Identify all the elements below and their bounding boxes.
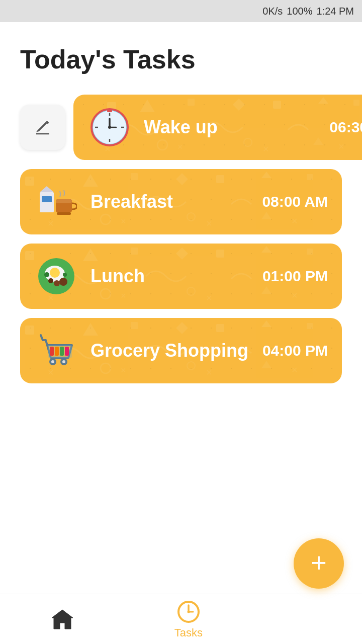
svg-text:×: × bbox=[121, 365, 126, 375]
svg-marker-14 bbox=[313, 137, 323, 145]
lunch-icon bbox=[34, 254, 78, 298]
status-bar: 0K/s 100% 1:24 PM bbox=[0, 0, 362, 22]
svg-rect-74 bbox=[307, 323, 313, 329]
svg-marker-47 bbox=[83, 249, 98, 261]
home-icon bbox=[50, 607, 75, 632]
svg-marker-59 bbox=[261, 286, 272, 294]
svg-text:×: × bbox=[263, 143, 269, 154]
breakfast-label: Breakfast bbox=[90, 191, 262, 212]
tasks-nav-label: Tasks bbox=[174, 626, 203, 639]
svg-text:×: × bbox=[206, 292, 212, 303]
lunch-label: Lunch bbox=[90, 266, 262, 287]
edit-button[interactable] bbox=[20, 105, 65, 150]
nav-home[interactable] bbox=[35, 602, 90, 637]
wake-up-icon bbox=[87, 105, 132, 149]
svg-marker-31 bbox=[261, 172, 272, 178]
svg-point-64 bbox=[54, 280, 60, 286]
breakfast-time: 08:00 AM bbox=[262, 193, 328, 210]
task-card-grocery[interactable]: × × × × bbox=[20, 318, 342, 383]
lunch-time: 01:00 PM bbox=[262, 268, 328, 285]
svg-rect-50 bbox=[216, 250, 224, 258]
svg-text:×: × bbox=[292, 290, 298, 301]
svg-rect-7 bbox=[353, 100, 359, 106]
edit-icon bbox=[32, 117, 53, 138]
svg-rect-70 bbox=[131, 322, 138, 329]
page-title: Today's Tasks bbox=[0, 22, 362, 95]
svg-rect-32 bbox=[307, 174, 313, 180]
svg-point-62 bbox=[50, 268, 60, 278]
svg-marker-39 bbox=[261, 212, 272, 219]
grocery-icon bbox=[34, 329, 78, 373]
svg-point-38 bbox=[187, 213, 195, 221]
fab-plus-icon: + bbox=[311, 549, 327, 576]
svg-rect-42 bbox=[42, 196, 52, 202]
svg-marker-81 bbox=[261, 361, 272, 368]
svg-point-95 bbox=[187, 610, 190, 613]
grocery-time: 04:00 PM bbox=[262, 342, 328, 359]
bottom-nav: Tasks bbox=[0, 594, 362, 644]
status-time: 1:24 PM bbox=[317, 6, 354, 17]
wake-up-time: 06:30 bbox=[329, 119, 362, 136]
first-task-row: × × × × bbox=[0, 95, 362, 160]
nav-empty bbox=[287, 614, 327, 624]
svg-point-24 bbox=[108, 126, 111, 129]
svg-rect-25 bbox=[107, 110, 112, 112]
svg-marker-71 bbox=[176, 322, 188, 334]
svg-rect-84 bbox=[55, 347, 59, 356]
svg-text:×: × bbox=[177, 142, 183, 152]
svg-marker-4 bbox=[233, 99, 245, 111]
svg-rect-28 bbox=[131, 173, 138, 180]
task-card-wake-up[interactable]: × × × × bbox=[73, 95, 362, 160]
svg-marker-27 bbox=[83, 174, 98, 187]
grocery-label: Grocery Shopping bbox=[90, 340, 262, 361]
task-card-lunch[interactable]: × × × × bbox=[20, 244, 342, 309]
svg-point-79 bbox=[101, 363, 111, 373]
svg-rect-85 bbox=[60, 347, 64, 356]
svg-text:×: × bbox=[121, 216, 126, 226]
svg-marker-69 bbox=[83, 323, 98, 336]
add-task-fab[interactable]: + bbox=[294, 538, 344, 589]
svg-marker-41 bbox=[40, 186, 54, 192]
svg-point-65 bbox=[48, 278, 53, 283]
svg-point-58 bbox=[187, 287, 195, 295]
svg-text:×: × bbox=[121, 291, 126, 301]
task-card-breakfast[interactable]: × × × × bbox=[20, 169, 342, 234]
svg-rect-68 bbox=[25, 326, 34, 335]
svg-point-12 bbox=[157, 140, 167, 150]
wake-up-label: Wake up bbox=[144, 117, 329, 138]
svg-point-80 bbox=[187, 362, 195, 370]
svg-rect-44 bbox=[57, 212, 71, 215]
svg-rect-30 bbox=[216, 175, 224, 183]
svg-rect-52 bbox=[307, 249, 313, 255]
status-signal: 0K/s bbox=[262, 6, 283, 17]
svg-marker-2 bbox=[140, 100, 155, 112]
svg-rect-72 bbox=[216, 324, 224, 332]
svg-point-67 bbox=[63, 273, 67, 277]
svg-point-66 bbox=[44, 272, 49, 277]
svg-marker-29 bbox=[176, 173, 188, 185]
task-list: × × × × bbox=[0, 169, 362, 383]
status-battery: 100% bbox=[287, 6, 312, 17]
svg-rect-83 bbox=[50, 347, 54, 356]
svg-marker-73 bbox=[261, 320, 272, 327]
svg-rect-3 bbox=[188, 99, 195, 106]
svg-marker-51 bbox=[261, 246, 272, 253]
svg-point-63 bbox=[59, 278, 67, 286]
svg-rect-26 bbox=[25, 177, 34, 186]
svg-point-37 bbox=[101, 214, 111, 224]
breakfast-icon bbox=[34, 180, 78, 224]
svg-point-13 bbox=[244, 138, 252, 146]
svg-point-57 bbox=[101, 289, 111, 299]
svg-text:×: × bbox=[292, 215, 298, 226]
svg-rect-46 bbox=[25, 251, 34, 260]
svg-text:×: × bbox=[206, 218, 212, 229]
clock-nav-icon bbox=[176, 599, 201, 624]
svg-text:×: × bbox=[338, 141, 344, 152]
svg-marker-91 bbox=[52, 610, 73, 629]
svg-text:×: × bbox=[206, 367, 212, 378]
svg-rect-5 bbox=[273, 101, 281, 109]
svg-rect-86 bbox=[65, 347, 69, 356]
svg-point-89 bbox=[51, 360, 54, 363]
nav-tasks[interactable]: Tasks bbox=[159, 594, 218, 645]
svg-point-90 bbox=[62, 360, 65, 363]
